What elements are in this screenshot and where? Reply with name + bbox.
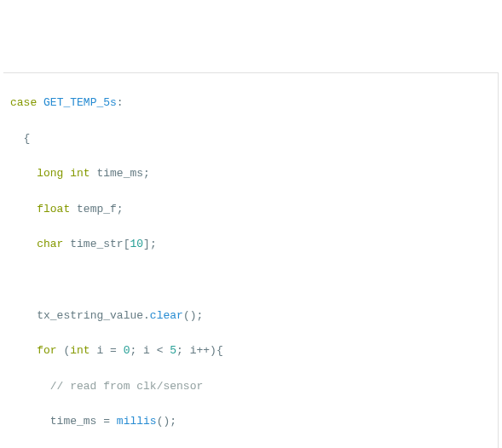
code-line: for (int i = 0; i < 5; i++){	[3, 342, 498, 360]
code-line: {	[3, 130, 498, 148]
fn-clear: clear	[150, 309, 183, 322]
comment: // read from clk/sensor	[50, 380, 203, 393]
code-line: time_ms = millis();	[3, 413, 498, 431]
code-line: float temp_f;	[3, 201, 498, 219]
type-float: float	[37, 203, 70, 215]
fn-millis: millis	[117, 415, 157, 428]
case-label: GET_TEMP_5s	[43, 96, 117, 109]
code-block: case GET_TEMP_5s: { long int time_ms; fl…	[3, 72, 499, 448]
keyword-case: case	[10, 96, 37, 109]
type-char: char	[37, 238, 63, 250]
code-line: char time_str[10];	[3, 236, 498, 254]
code-line: tx_estring_value.clear();	[3, 307, 498, 325]
blank-line	[3, 272, 498, 290]
code-line: long int time_ms;	[3, 165, 498, 183]
type-long-int: long int	[37, 167, 89, 180]
keyword-for: for	[37, 344, 56, 357]
code-line: // read from clk/sensor	[3, 378, 498, 396]
code-line: case GET_TEMP_5s:	[3, 95, 498, 112]
